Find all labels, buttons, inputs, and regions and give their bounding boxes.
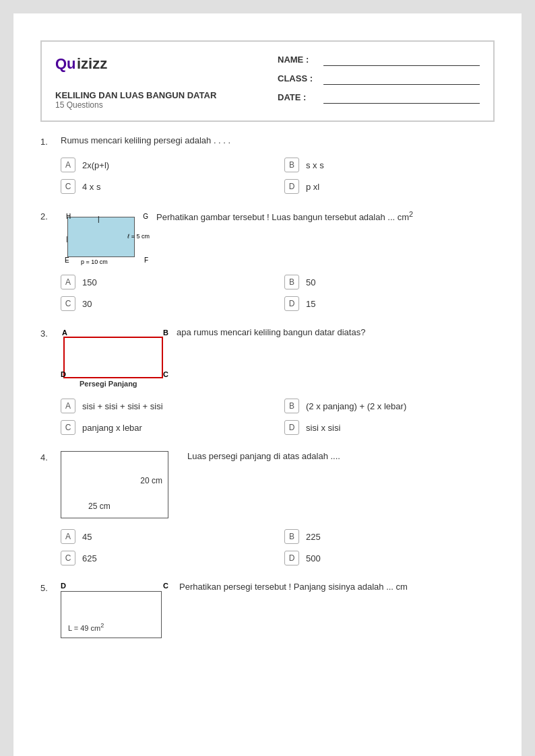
- header-left: Qu izizz KELILING DAN LUAS BANGUN DATAR …: [55, 53, 216, 110]
- q3-option-c-text: panjang x lebar: [82, 423, 142, 433]
- q1-option-c-letter: C: [61, 179, 75, 194]
- q4-option-d[interactable]: D 500: [284, 551, 495, 565]
- q4-row: 4. 20 cm 25 cm Luas persegi panjang di a…: [40, 451, 495, 518]
- q4-option-b-text: 225: [306, 532, 321, 542]
- q3-option-c-letter: C: [61, 420, 75, 435]
- q4-option-a-letter: A: [61, 529, 75, 544]
- page: Qu izizz KELILING DAN LUAS BANGUN DATAR …: [13, 13, 522, 756]
- q5-text: Perhatikan persegi tersebut ! Panjang si…: [179, 582, 495, 592]
- question-3: 3. A B D C Persegi Panjang apa rumus men…: [40, 327, 495, 435]
- q3-option-a-letter: A: [61, 399, 75, 413]
- class-label: CLASS :: [278, 73, 318, 83]
- question-5: 5. D C L = 49 cm2 Perhatikan persegi ter…: [40, 582, 495, 642]
- q4-option-d-letter: D: [284, 551, 299, 565]
- q2-options: A 150 B 50 C 30 D 15: [61, 275, 495, 311]
- q4-number: 4.: [40, 451, 61, 462]
- q2-option-b-text: 50: [306, 277, 315, 287]
- q4-options: A 45 B 225 C 625 D 500: [61, 529, 495, 565]
- question-4: 4. 20 cm 25 cm Luas persegi panjang di a…: [40, 451, 495, 565]
- name-underline: [323, 53, 480, 66]
- q4-option-b[interactable]: B 225: [284, 529, 495, 544]
- q2-text: Perhatikan gambar tersebut ! Luas bangun…: [156, 210, 495, 222]
- quiz-subtitle: 15 Questions: [55, 100, 216, 110]
- name-line: NAME :: [278, 53, 480, 66]
- q1-option-d-letter: D: [284, 179, 299, 194]
- q1-row: 1. Rumus mencari keliling persegi adalah…: [40, 135, 495, 147]
- q3-option-d-letter: D: [284, 420, 299, 435]
- quizizz-logo: Qu izizz: [55, 53, 216, 77]
- q1-option-b[interactable]: B s x s: [284, 158, 495, 172]
- q1-option-a[interactable]: A 2x(p+l): [61, 158, 271, 172]
- questions-container: 1. Rumus mencari keliling persegi adalah…: [13, 135, 522, 642]
- question-1: 1. Rumus mencari keliling persegi adalah…: [40, 135, 495, 194]
- q4-option-c-letter: C: [61, 551, 75, 565]
- q1-option-c[interactable]: C 4 x s: [61, 179, 271, 194]
- q3-number: 3.: [40, 327, 61, 339]
- q2-option-c[interactable]: C 30: [61, 296, 271, 311]
- header-right: NAME : CLASS : DATE :: [278, 53, 480, 104]
- q3-option-a-text: sisi + sisi + sisi + sisi: [82, 401, 163, 411]
- q2-option-d-text: 15: [306, 299, 315, 309]
- q3-option-a[interactable]: A sisi + sisi + sisi + sisi: [61, 399, 271, 413]
- q2-number: 2.: [40, 210, 61, 221]
- q3-image: A B D C Persegi Panjang: [61, 327, 168, 388]
- q1-option-c-text: 4 x s: [82, 182, 100, 192]
- q1-option-d-text: p xl: [306, 182, 319, 192]
- svg-text:izizz: izizz: [77, 55, 107, 72]
- q4-option-a-text: 45: [82, 532, 92, 542]
- quiz-title: KELILING DAN LUAS BANGUN DATAR: [55, 90, 216, 100]
- q2-option-a[interactable]: A 150: [61, 275, 271, 289]
- q2-option-c-letter: C: [61, 296, 75, 311]
- q4-dim-right: 20 cm: [140, 476, 162, 485]
- q3-option-b-letter: B: [284, 399, 299, 413]
- class-underline: [323, 71, 480, 85]
- svg-text:Qu: Qu: [55, 55, 76, 72]
- q2-option-b-letter: B: [284, 275, 299, 289]
- q4-text: Luas persegi panjang di atas adalah ....: [187, 451, 495, 461]
- date-line: DATE :: [278, 90, 480, 104]
- q1-number: 1.: [40, 135, 61, 147]
- q1-option-b-text: s x s: [306, 160, 324, 170]
- q1-options: A 2x(p+l) B s x s C 4 x s D p xl: [61, 158, 495, 194]
- q2-option-d-letter: D: [284, 296, 299, 311]
- q1-option-b-letter: B: [284, 158, 299, 172]
- q3-text: apa rumus mencari keliling bangun datar …: [177, 327, 495, 337]
- header-box: Qu izizz KELILING DAN LUAS BANGUN DATAR …: [40, 40, 495, 122]
- q1-option-d[interactable]: D p xl: [284, 179, 495, 194]
- q3-option-d[interactable]: D sisi x sisi: [284, 420, 495, 435]
- class-line: CLASS :: [278, 71, 480, 85]
- date-label: DATE :: [278, 92, 318, 102]
- q2-option-d[interactable]: D 15: [284, 296, 495, 311]
- q4-dim-bottom: 25 cm: [88, 502, 111, 511]
- q4-option-b-letter: B: [284, 529, 299, 544]
- q2-option-c-text: 30: [82, 299, 92, 309]
- q5-image: D C L = 49 cm2: [61, 582, 168, 642]
- q3-option-d-text: sisi x sisi: [306, 423, 340, 433]
- q3-row: 3. A B D C Persegi Panjang apa rumus men…: [40, 327, 495, 388]
- q3-option-c[interactable]: C panjang x lebar: [61, 420, 271, 435]
- q1-text: Rumus mencari keliling persegi adalah . …: [61, 135, 495, 145]
- name-label: NAME :: [278, 55, 318, 65]
- question-2: 2. H G E F ℓ = 5 cm p = 10 cm | | Perhat…: [40, 210, 495, 311]
- q2-option-a-text: 150: [82, 277, 97, 287]
- q5-row: 5. D C L = 49 cm2 Perhatikan persegi ter…: [40, 582, 495, 642]
- date-underline: [323, 90, 480, 104]
- q4-option-a[interactable]: A 45: [61, 529, 271, 544]
- q5-number: 5.: [40, 582, 61, 593]
- q1-option-a-text: 2x(p+l): [82, 160, 109, 170]
- q1-option-a-letter: A: [61, 158, 75, 172]
- q2-row: 2. H G E F ℓ = 5 cm p = 10 cm | | Perhat…: [40, 210, 495, 264]
- q4-option-c[interactable]: C 625: [61, 551, 271, 565]
- q2-option-b[interactable]: B 50: [284, 275, 495, 289]
- q4-option-c-text: 625: [82, 553, 97, 563]
- q3-options: A sisi + sisi + sisi + sisi B (2 x panja…: [61, 399, 495, 435]
- q2-image: H G E F ℓ = 5 cm p = 10 cm | |: [61, 210, 148, 264]
- q4-option-d-text: 500: [306, 553, 321, 563]
- q3-option-b-text: (2 x panjang) + (2 x lebar): [306, 401, 406, 411]
- q4-image: 20 cm 25 cm: [61, 451, 168, 518]
- q2-option-a-letter: A: [61, 275, 75, 289]
- q3-option-b[interactable]: B (2 x panjang) + (2 x lebar): [284, 399, 495, 413]
